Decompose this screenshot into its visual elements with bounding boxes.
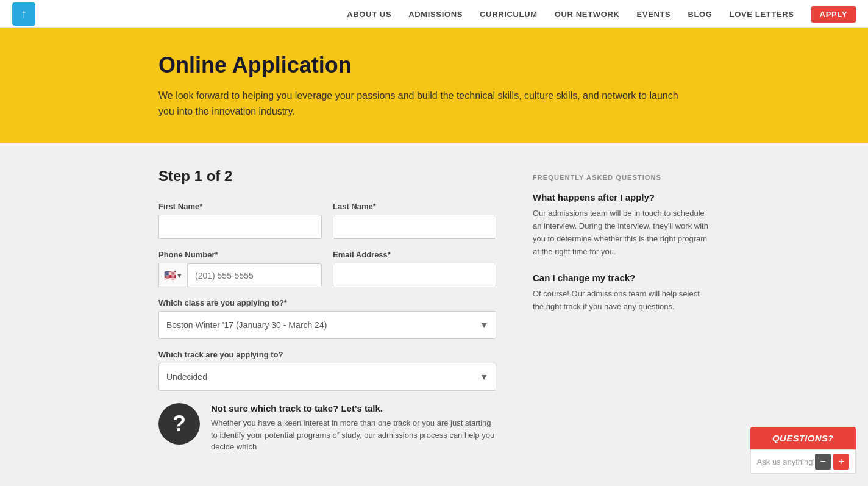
not-sure-text: Not sure which track to take? Let's talk… (211, 403, 496, 453)
class-label: Which class are you applying to?* (158, 298, 496, 307)
nav-admissions[interactable]: ADMISSIONS (408, 10, 463, 19)
faq-sidebar: FREQUENTLY ASKED QUESTIONS What happens … (533, 168, 710, 328)
name-row: First Name* Last Name* (158, 202, 496, 239)
nav-curriculum[interactable]: CURRICULUM (480, 10, 538, 19)
email-label: Email Address* (333, 250, 496, 259)
faq-label: FREQUENTLY ASKED QUESTIONS (533, 174, 710, 181)
questions-widget: QUESTIONS? Ask us anything! − + (750, 427, 856, 474)
question-icon: ? (158, 403, 200, 445)
track-select-wrapper: Undecided Web Development UX Design Data… (158, 363, 496, 391)
hero-title: Online Application (158, 52, 710, 78)
faq-item-2: Can I change my track? Of course! Our ad… (533, 273, 710, 313)
questions-button[interactable]: QUESTIONS? (750, 427, 856, 449)
phone-group: Phone Number* 🇺🇸 ▾ (158, 250, 322, 287)
faq-item-1: What happens after I apply? Our admissio… (533, 192, 710, 258)
not-sure-box: ? Not sure which track to take? Let's ta… (158, 403, 496, 453)
nav-about-us[interactable]: ABOUT US (347, 10, 391, 19)
contact-row: Phone Number* 🇺🇸 ▾ Email Address* (158, 250, 496, 287)
email-group: Email Address* (333, 250, 496, 287)
phone-label: Phone Number* (158, 250, 322, 259)
step-label: Step 1 of 2 (158, 168, 496, 185)
hero-banner: Online Application We look forward to he… (0, 28, 868, 143)
not-sure-title: Not sure which track to take? Let's talk… (211, 403, 496, 413)
phone-input[interactable] (187, 263, 321, 287)
class-group: Which class are you applying to?* Boston… (158, 298, 496, 339)
first-name-input[interactable] (158, 215, 322, 239)
faq-answer-2: Of course! Our admissions team will help… (533, 288, 710, 313)
flag-emoji: 🇺🇸 (164, 270, 176, 281)
questions-placeholder: Ask us anything! (757, 457, 815, 466)
faq-question-2: Can I change my track? (533, 273, 710, 283)
flag-caret: ▾ (177, 271, 182, 280)
nav-love-letters[interactable]: LOVE LETTERS (730, 10, 794, 19)
class-select-wrapper: Boston Winter '17 (January 30 - March 24… (158, 311, 496, 339)
logo[interactable]: ↑ (12, 2, 35, 26)
faq-answer-1: Our admissions team will be in touch to … (533, 207, 710, 258)
nav-links: ABOUT US ADMISSIONS CURRICULUM OUR NETWO… (347, 9, 856, 20)
page-body: Step 1 of 2 First Name* Last Name* Phone… (0, 143, 868, 477)
last-name-input[interactable] (333, 215, 496, 239)
first-name-group: First Name* (158, 202, 322, 239)
not-sure-body: Whether you have a keen interest in more… (211, 417, 496, 453)
track-label: Which track are you applying to? (158, 350, 496, 359)
nav-our-network[interactable]: OUR NETWORK (555, 10, 620, 19)
track-group: Which track are you applying to? Undecid… (158, 350, 496, 391)
faq-question-1: What happens after I apply? (533, 192, 710, 202)
last-name-label: Last Name* (333, 202, 496, 211)
last-name-group: Last Name* (333, 202, 496, 239)
nav-blog[interactable]: BLOG (688, 10, 712, 19)
navbar: ↑ ABOUT US ADMISSIONS CURRICULUM OUR NET… (0, 0, 868, 28)
nav-apply-button[interactable]: APPLY (811, 6, 856, 23)
class-select[interactable]: Boston Winter '17 (January 30 - March 24… (159, 312, 496, 338)
first-name-label: First Name* (158, 202, 322, 211)
phone-flag-selector[interactable]: 🇺🇸 ▾ (159, 263, 187, 287)
track-select[interactable]: Undecided Web Development UX Design Data… (159, 363, 496, 390)
nav-events[interactable]: EVENTS (636, 10, 671, 19)
questions-minimize-button[interactable]: − (815, 454, 831, 470)
questions-input-bar: Ask us anything! − + (750, 449, 856, 474)
email-input[interactable] (333, 263, 496, 287)
application-form: Step 1 of 2 First Name* Last Name* Phone… (158, 168, 496, 453)
hero-description: We look forward to helping you leverage … (158, 88, 695, 119)
phone-wrapper: 🇺🇸 ▾ (158, 263, 322, 287)
questions-expand-button[interactable]: + (833, 454, 849, 470)
